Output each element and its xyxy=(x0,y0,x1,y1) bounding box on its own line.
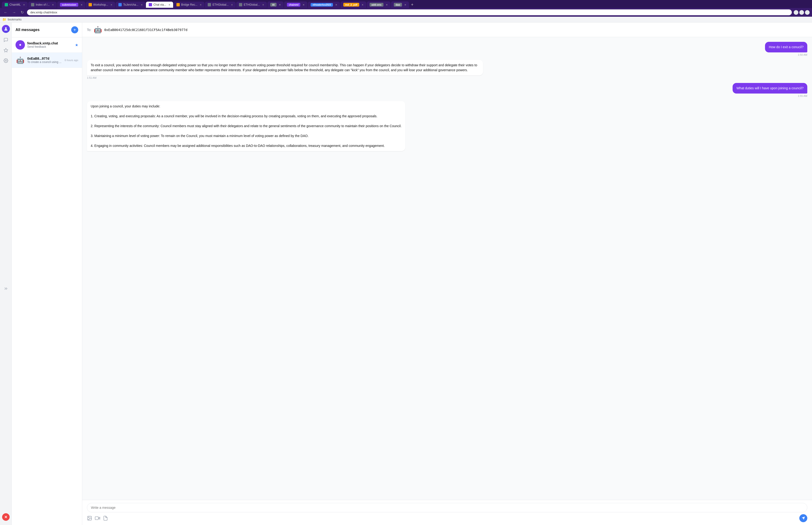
tab-close-md2pdf[interactable]: ✕ xyxy=(362,3,364,6)
svg-marker-1 xyxy=(4,48,8,52)
message-text-2: To exit a council, you would need to los… xyxy=(91,63,478,72)
tab-close-bridge-rec[interactable]: ✕ xyxy=(200,3,202,6)
image-upload-button[interactable] xyxy=(87,515,92,521)
contact-avatar-oxeab8: 🤖 xyxy=(16,56,25,65)
sidebar-icon-star[interactable] xyxy=(3,47,9,54)
tab-ethglobal1[interactable]: ETHGlobal... ✕ xyxy=(205,2,236,8)
nav-bar: ← → ↻ dev.xmtp.chat/inbox xyxy=(0,8,812,17)
chat-input-area xyxy=(82,500,812,525)
sidebar-icon-chat[interactable] xyxy=(3,37,9,43)
sidebar-icon-expand[interactable] xyxy=(3,285,9,292)
contact-meta-oxeab8: 6 hours ago xyxy=(65,59,78,62)
tab-submission[interactable]: submission ✕ xyxy=(57,1,85,8)
tab-pill-addons: add-ons xyxy=(370,3,383,6)
tab-bar: ChainML ✕ Index of /... ✕ submission ✕ W… xyxy=(0,0,812,8)
tab-close-workshop[interactable]: ✕ xyxy=(110,3,112,6)
new-tab-button[interactable]: + xyxy=(410,2,415,7)
chat-input-box[interactable] xyxy=(87,503,807,512)
nav-icons xyxy=(794,10,810,15)
tab-close-chat-via[interactable]: ✕ xyxy=(168,3,170,6)
contact-item-oxeab8[interactable]: 🤖 0xEaB8...977d To create a council usin… xyxy=(12,52,82,68)
contact-name-oxeab8: 0xEaB8...977d xyxy=(27,57,62,60)
svg-point-0 xyxy=(5,27,6,29)
video-upload-button[interactable] xyxy=(95,515,100,521)
contact-name-feedback: feedback.xmtp.chat xyxy=(27,41,73,45)
tab-ai[interactable]: AI ✕ xyxy=(267,1,284,8)
extension-icon-2[interactable] xyxy=(799,10,804,15)
address-bar[interactable]: dev.xmtp.chat/inbox xyxy=(27,10,792,15)
message-text-4: Upon joining a council, your duties may … xyxy=(91,104,401,148)
tab-close-dao[interactable]: ✕ xyxy=(404,3,406,6)
file-upload-button[interactable] xyxy=(103,515,108,521)
message-group-4: Upon joining a council, your duties may … xyxy=(87,101,807,151)
tab-chainml[interactable]: ChainML ✕ xyxy=(2,2,28,8)
contact-info-oxeab8: 0xEaB8...977d To create a council using … xyxy=(27,57,62,64)
tab-md2pdf[interactable]: md_2_pdf ✕ xyxy=(340,1,366,8)
svg-marker-6 xyxy=(98,517,100,519)
tab-close-ai[interactable]: ✕ xyxy=(279,3,281,6)
contact-preview-feedback: Send feedback xyxy=(27,45,73,48)
tab-pill-ethwaterloo: ethwaterloo2023 xyxy=(311,3,333,6)
message-bubble-4: Upon joining a council, your duties may … xyxy=(87,101,405,151)
chat-area: To: 🤖 0xEaB8641725dc0C21601f31CF5Ac1f4Be… xyxy=(82,22,812,525)
chat-messages: How do I exit a conucil? 1:50 AM To exit… xyxy=(82,37,812,500)
svg-point-3 xyxy=(19,44,21,46)
chat-recipient-avatar: 🤖 xyxy=(94,26,102,34)
tab-close-tojen[interactable]: ✕ xyxy=(141,3,143,6)
contact-info-feedback: feedback.xmtp.chat Send feedback xyxy=(27,41,73,48)
message-bubble-1: How do I exit a conucil? xyxy=(765,42,807,52)
browser-chrome: ChainML ✕ Index of /... ✕ submission ✕ W… xyxy=(0,0,812,22)
svg-point-2 xyxy=(5,60,6,61)
bookmarks-label: bookmarks xyxy=(8,18,21,21)
contact-meta-feedback: ★ xyxy=(75,43,78,47)
contact-item-feedback[interactable]: feedback.xmtp.chat Send feedback ★ xyxy=(12,38,82,52)
forward-button[interactable]: → xyxy=(11,10,17,15)
chat-to-label: To: xyxy=(87,28,91,32)
extension-icon-3[interactable] xyxy=(805,10,810,15)
tab-close-chainml[interactable]: ✕ xyxy=(23,3,25,6)
address-text: dev.xmtp.chat/inbox xyxy=(30,11,57,14)
tab-addons[interactable]: add-ons ✕ xyxy=(367,1,390,8)
error-icon[interactable]: ✕ xyxy=(2,513,10,523)
app-layout: ✕ All messages + feedback.xmtp.chat Send… xyxy=(0,22,812,525)
tab-close-submission[interactable]: ✕ xyxy=(81,3,82,6)
message-time-2: 1:51 AM xyxy=(87,76,96,79)
message-bubble-2: To exit a council, you would need to los… xyxy=(87,60,483,75)
sidebar-icon-settings[interactable] xyxy=(3,57,9,64)
tab-ethwaterloo[interactable]: ethwaterloo2023 ✕ xyxy=(308,2,340,8)
chat-input[interactable] xyxy=(91,506,803,510)
tab-index[interactable]: Index of /... ✕ xyxy=(28,2,57,8)
user-avatar[interactable] xyxy=(2,25,10,33)
all-messages-title: All messages xyxy=(16,28,40,32)
new-message-button[interactable]: + xyxy=(71,26,78,33)
send-button[interactable] xyxy=(799,514,807,522)
back-button[interactable]: ← xyxy=(2,10,9,15)
icon-sidebar: ✕ xyxy=(0,22,12,525)
tab-close-ethglobal2[interactable]: ✕ xyxy=(262,3,264,6)
message-group-1: How do I exit a conucil? 1:50 AM xyxy=(87,42,807,56)
reload-button[interactable]: ↻ xyxy=(19,10,25,15)
contact-preview-oxeab8: To create a council using ... xyxy=(27,60,62,64)
tab-bridge-rec[interactable]: Bridge Rec... ✕ xyxy=(174,2,204,8)
message-list: All messages + feedback.xmtp.chat Send f… xyxy=(12,22,82,525)
message-time-3: 1:55 AM xyxy=(798,94,807,97)
message-group-3: What duties will I have upon joining a c… xyxy=(87,83,807,97)
message-time-1: 1:50 AM xyxy=(798,53,807,56)
tab-pill-md2pdf: md_2_pdf xyxy=(343,3,359,6)
tab-close-ethwaterloo[interactable]: ✕ xyxy=(335,3,337,6)
tab-tojen[interactable]: ToJen/cha... ✕ xyxy=(116,2,145,8)
tab-ethglobal2[interactable]: ETHGlobal... ✕ xyxy=(236,2,267,8)
tab-close-addons[interactable]: ✕ xyxy=(386,3,388,6)
tab-chainml-pill[interactable]: chainml ✕ xyxy=(284,1,308,8)
bookmarks-bar: 📁 bookmarks xyxy=(0,17,812,22)
extension-icon[interactable] xyxy=(794,10,798,15)
tab-dao[interactable]: dao ✕ xyxy=(391,1,409,8)
tab-chat-via[interactable]: Chat via... ✕ xyxy=(146,2,173,8)
chat-header: To: 🤖 0xEaB8641725dc0C21601f31CF5Ac1f4Be… xyxy=(82,22,812,37)
tab-workshop[interactable]: Workshop... ✕ xyxy=(86,2,116,8)
tab-close-index[interactable]: ✕ xyxy=(52,3,54,6)
svg-point-5 xyxy=(88,517,89,518)
tab-close-ethglobal1[interactable]: ✕ xyxy=(231,3,233,6)
tab-close-chainml-pill[interactable]: ✕ xyxy=(303,3,305,6)
contact-time-oxeab8: 6 hours ago xyxy=(65,59,78,62)
